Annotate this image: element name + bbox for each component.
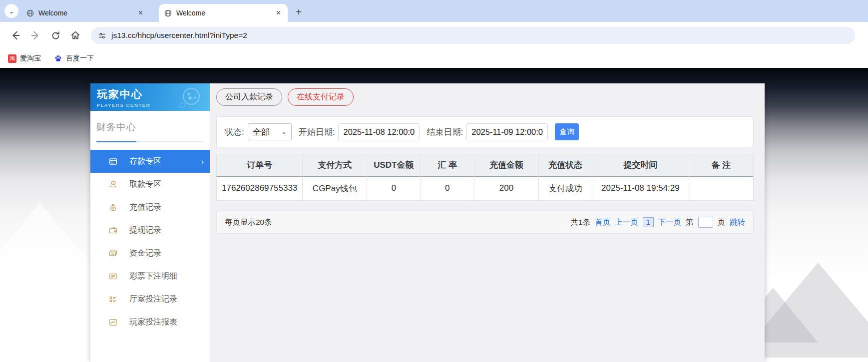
section-underline (96, 141, 204, 142)
sidebar-item-label: 资金记录 (129, 248, 161, 259)
home-icon[interactable] (68, 28, 83, 43)
banknote-icon (108, 249, 118, 258)
next-page-link[interactable]: 下一页 (658, 217, 682, 228)
browser-tab-strip: ⌄ Welcome × Welcome × + (0, 0, 868, 22)
baidu-paw-icon (54, 54, 62, 63)
sidebar-item-withdrawal-records[interactable]: 提现记录 (90, 219, 210, 242)
url-bar[interactable]: js13.cc/hhcp/usercenter.html?iniType=2 (91, 27, 855, 44)
col-usdt-amount: USDT金额 (367, 154, 421, 176)
sidebar-item-label: 厅室投注记录 (129, 294, 177, 305)
chevron-right-icon: › (201, 157, 204, 166)
col-submit-time: 提交时间 (592, 154, 689, 176)
sidebar: 玩家中心 PLAYERS CENTER 财务中心 (90, 83, 210, 362)
tab-title: Welcome (176, 9, 270, 17)
gamepad-icon (174, 85, 205, 110)
cell-exchange-rate: 0 (421, 176, 474, 200)
sidebar-item-label: 提现记录 (129, 225, 161, 236)
cell-submit-time: 2025-11-08 19:54:29 (592, 176, 689, 200)
sidebar-section-title: 财务中心 (96, 121, 204, 134)
col-recharge-status: 充值状态 (538, 154, 592, 176)
taobao-icon: 淘 (8, 54, 16, 63)
list-detail-icon (108, 272, 118, 281)
table-row: 1762602869755333 CGPay钱包 0 0 200 支付成功 20… (217, 176, 753, 200)
cell-usdt-amount: 0 (367, 176, 421, 200)
bookmark-label: 爱淘宝 (20, 54, 41, 63)
pagination-controls: 共1条 首页 上一页 1 下一页 第 页 跳转 (571, 217, 745, 228)
records-table: 订单号 支付方式 USDT金额 汇 率 充值金额 充值状态 提交时间 备 注 1 (217, 154, 753, 200)
main-content: 公司入款记录 在线支付记录 状态: 全部 ⌄ 开始日期: 结束日期: 查询 (210, 83, 765, 362)
money-bag-icon (108, 203, 118, 212)
col-pay-method: 支付方式 (303, 154, 367, 176)
tab-company-deposit-records[interactable]: 公司入款记录 (216, 88, 282, 106)
sidebar-item-funds-records[interactable]: 资金记录 (90, 242, 210, 265)
tab-title: Welcome (38, 9, 132, 17)
bookmark-taobao[interactable]: 淘 爱淘宝 (8, 54, 41, 63)
end-date-input[interactable] (466, 123, 548, 140)
tab-search-chevron-icon[interactable]: ⌄ (4, 4, 18, 18)
status-selected-value: 全部 (253, 126, 270, 138)
prev-page-link[interactable]: 上一页 (615, 217, 638, 228)
player-center-panel: 玩家中心 PLAYERS CENTER 财务中心 (90, 83, 765, 362)
browser-tab-2-active[interactable]: Welcome × (159, 4, 288, 22)
tab-close-icon[interactable]: × (136, 8, 145, 17)
col-order-id: 订单号 (217, 154, 303, 176)
jump-suffix-text: 页 (718, 217, 726, 228)
cell-pay-method: CGPay钱包 (303, 176, 367, 200)
sidebar-item-recharge-records[interactable]: 充值记录 (90, 196, 210, 219)
current-page-badge[interactable]: 1 (643, 217, 654, 227)
reload-icon[interactable] (48, 28, 63, 43)
globe-icon (164, 9, 172, 17)
goto-page-input[interactable] (698, 217, 713, 228)
col-remark: 备 注 (689, 154, 753, 176)
tab-online-payment-records[interactable]: 在线支付记录 (288, 88, 354, 106)
sidebar-item-label: 玩家投注报表 (129, 317, 177, 328)
site-settings-icon[interactable] (98, 31, 106, 40)
record-type-tabs: 公司入款记录 在线支付记录 (210, 83, 765, 106)
deposit-card-icon (108, 157, 118, 166)
cell-remark (689, 176, 753, 200)
pagination-bar: 每页显示20条 共1条 首页 上一页 1 下一页 第 页 跳转 (216, 211, 754, 234)
sidebar-item-player-report[interactable]: 玩家投注报表 (90, 311, 210, 334)
first-page-link[interactable]: 首页 (595, 217, 610, 228)
browser-tab-1[interactable]: Welcome × (21, 4, 150, 22)
bookmarks-bar: 淘 爱淘宝 百度一下 (0, 49, 868, 68)
records-table-wrap: 订单号 支付方式 USDT金额 汇 率 充值金额 充值状态 提交时间 备 注 1 (216, 154, 754, 201)
status-label: 状态: (225, 126, 244, 138)
table-header-row: 订单号 支付方式 USDT金额 汇 率 充值金额 充值状态 提交时间 备 注 (217, 154, 753, 176)
sidebar-item-hall-bets[interactable]: 厅室投注记录 (90, 288, 210, 311)
cell-order-id: 1762602869755333 (217, 176, 303, 200)
hand-coins-icon (108, 180, 118, 189)
forward-icon[interactable] (28, 28, 43, 43)
url-text[interactable]: js13.cc/hhcp/usercenter.html?iniType=2 (111, 31, 247, 40)
start-date-input[interactable] (338, 123, 420, 140)
bookmark-baidu[interactable]: 百度一下 (54, 54, 94, 63)
col-recharge-amount: 充值金额 (474, 154, 538, 176)
chevron-down-icon: ⌄ (282, 128, 287, 135)
wallet-icon (108, 226, 118, 235)
report-chart-icon (108, 318, 118, 327)
filter-panel: 状态: 全部 ⌄ 开始日期: 结束日期: 查询 (216, 116, 754, 147)
total-count-text: 共1条 (571, 217, 591, 228)
new-tab-icon[interactable]: + (292, 5, 306, 19)
sidebar-menu: 存款专区 › 取款专区 (90, 150, 210, 334)
tab-close-icon[interactable]: × (274, 8, 283, 17)
sidebar-item-label: 彩票下注明细 (129, 271, 177, 282)
webpage-viewport: 玩家中心 PLAYERS CENTER 财务中心 (0, 68, 868, 362)
back-icon[interactable] (8, 28, 23, 43)
sidebar-item-deposit[interactable]: 存款专区 › (90, 150, 210, 173)
sidebar-item-withdraw[interactable]: 取款专区 (90, 173, 210, 196)
bookmark-label: 百度一下 (66, 54, 94, 63)
sidebar-item-label: 取款专区 (129, 179, 161, 190)
sidebar-header: 玩家中心 PLAYERS CENTER (90, 83, 210, 111)
cell-recharge-amount: 200 (474, 176, 538, 200)
jump-link[interactable]: 跳转 (730, 217, 745, 228)
col-exchange-rate: 汇 率 (421, 154, 474, 176)
cell-recharge-status: 支付成功 (538, 176, 592, 200)
globe-icon (26, 9, 34, 17)
query-button[interactable]: 查询 (555, 123, 579, 140)
sidebar-item-lottery-bets[interactable]: 彩票下注明细 (90, 265, 210, 288)
end-date-label: 结束日期: (427, 126, 463, 138)
status-select[interactable]: 全部 ⌄ (248, 123, 292, 140)
jump-prefix-text: 第 (686, 217, 694, 228)
browser-toolbar: js13.cc/hhcp/usercenter.html?iniType=2 (0, 22, 868, 49)
